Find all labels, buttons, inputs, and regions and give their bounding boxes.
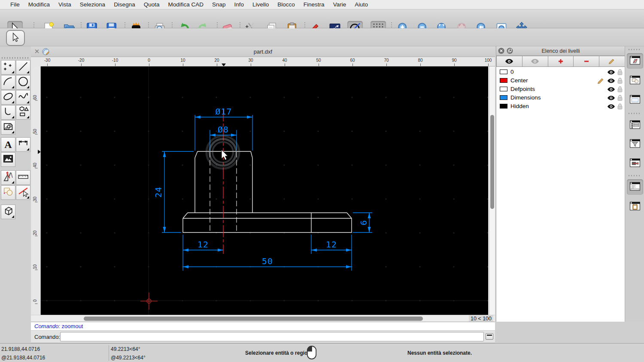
- menu-aiuto[interactable]: Aiuto: [350, 1, 372, 8]
- menu-varie[interactable]: Varie: [329, 1, 351, 8]
- image-tool-button[interactable]: [1, 152, 15, 167]
- layer-row-0[interactable]: 0: [496, 68, 625, 76]
- ruler-label: 60: [33, 94, 40, 101]
- layer-color-swatch[interactable]: [500, 78, 507, 83]
- menu-modifica[interactable]: Modifica: [24, 1, 54, 8]
- menu-file[interactable]: File: [6, 1, 24, 8]
- add-layer-button[interactable]: [548, 56, 574, 67]
- select-entity-tool-button[interactable]: [16, 185, 30, 200]
- command-input[interactable]: [60, 332, 484, 341]
- dimension-lines[interactable]: [162, 115, 372, 271]
- layer-row-dimensions[interactable]: Dimensions: [496, 94, 625, 102]
- tab-bar: ✕ part.dxf: [31, 46, 495, 57]
- vertical-scrollbar[interactable]: [489, 66, 495, 315]
- hatch-tool-button[interactable]: [1, 120, 15, 135]
- text-tool-button[interactable]: A: [1, 137, 15, 152]
- command-line-panel-toggle[interactable]: [627, 179, 643, 195]
- layer-lock-icon[interactable]: [617, 77, 623, 84]
- dim-12-right[interactable]: 12: [326, 239, 337, 250]
- layer-color-swatch[interactable]: [500, 87, 507, 91]
- dim-dia8[interactable]: Ø8: [218, 124, 229, 135]
- edit-layer-button[interactable]: [599, 56, 625, 67]
- menu-livello[interactable]: Livello: [248, 1, 273, 8]
- ruler-label: 30: [242, 58, 259, 63]
- selection-list-panel-toggle[interactable]: [627, 118, 643, 133]
- layer-name[interactable]: Dimensions: [510, 94, 541, 101]
- menu-disegna[interactable]: Disegna: [109, 1, 140, 8]
- vertical-scrollbar-thumb[interactable]: [490, 115, 494, 209]
- part-outline[interactable]: [183, 151, 352, 232]
- ruler-label: 0: [140, 58, 158, 63]
- tool-palette: A: [0, 46, 31, 343]
- menu-blocco[interactable]: Blocco: [273, 1, 299, 8]
- spline-tool-button[interactable]: [16, 90, 30, 105]
- palette-drag-handle[interactable]: [2, 57, 28, 59]
- solid-3d-tool-button[interactable]: [1, 205, 15, 219]
- layer-visibility-eye-icon[interactable]: [607, 95, 615, 101]
- menu-modifica-cad[interactable]: Modifica CAD: [164, 1, 208, 8]
- menu-info[interactable]: Info: [230, 1, 249, 8]
- layer-name[interactable]: 0: [510, 69, 514, 75]
- menu-vista[interactable]: Vista: [54, 1, 76, 8]
- hide-all-layers-button[interactable]: [522, 56, 548, 67]
- menu-quota[interactable]: Quota: [140, 1, 164, 8]
- layer-name[interactable]: Defpoints: [510, 86, 535, 92]
- clipboard-panel-toggle[interactable]: [627, 199, 643, 214]
- layer-row-hidden[interactable]: Hidden: [496, 102, 625, 111]
- property-editor-panel-toggle[interactable]: [627, 92, 643, 108]
- menu-snap[interactable]: Snap: [208, 1, 230, 8]
- layer-lock-icon[interactable]: [617, 69, 623, 75]
- polyline-tool-button[interactable]: [1, 105, 15, 120]
- property-editor-panel-icon: [629, 94, 641, 106]
- block-list-panel-toggle[interactable]: [627, 73, 643, 88]
- shapes-tool-button[interactable]: [16, 105, 30, 120]
- blocks-tool-button[interactable]: [1, 185, 15, 200]
- layer-color-swatch[interactable]: [500, 104, 507, 109]
- measure-tool-button[interactable]: [16, 170, 30, 185]
- layer-name[interactable]: Hidden: [510, 103, 529, 109]
- layer-lock-icon[interactable]: [617, 86, 623, 93]
- menu-seleziona[interactable]: Seleziona: [76, 1, 109, 8]
- arc-tool-button[interactable]: [1, 75, 15, 90]
- layer-lock-icon[interactable]: [617, 103, 623, 110]
- layer-color-swatch[interactable]: [500, 95, 507, 100]
- document-tab-title[interactable]: part.dxf: [31, 48, 495, 55]
- ellipse-tool-button[interactable]: [1, 90, 15, 105]
- command-options-button[interactable]: [486, 333, 493, 340]
- layer-color-swatch[interactable]: [500, 69, 507, 74]
- selection-tool-button[interactable]: [6, 30, 25, 46]
- dimension-tool-button[interactable]: [16, 137, 30, 152]
- dim-12-left[interactable]: 12: [197, 239, 209, 250]
- dimension-labels: Ø17 Ø8 24 6 12 12 50: [153, 106, 369, 266]
- drawing-canvas[interactable]: Ø17 Ø8 24 6 12 12 50: [41, 66, 488, 315]
- horizontal-scrollbar[interactable]: 10 < 100: [31, 315, 495, 322]
- dim-6[interactable]: 6: [358, 220, 369, 225]
- line-tool-button[interactable]: [16, 60, 30, 75]
- points-tool-button[interactable]: [1, 60, 15, 75]
- modify-tool-button[interactable]: [1, 170, 15, 185]
- layer-row-defpoints[interactable]: Defpoints: [496, 85, 625, 94]
- image-icon: [2, 153, 14, 166]
- layer-visibility-eye-icon[interactable]: [607, 86, 615, 92]
- menu-finestra[interactable]: Finestra: [299, 1, 329, 8]
- remove-layer-button[interactable]: [574, 56, 599, 67]
- show-all-layers-button[interactable]: [496, 56, 522, 67]
- layer-panel-header: Elenco dei livelli: [496, 46, 625, 56]
- ruler-label: 10: [174, 58, 191, 63]
- filter-panel-toggle[interactable]: [627, 136, 643, 152]
- layer-row-center[interactable]: Center: [496, 76, 625, 85]
- horizontal-scrollbar-thumb[interactable]: [84, 317, 423, 321]
- dim-24[interactable]: 24: [153, 187, 164, 198]
- strip-drag-handle[interactable]: [629, 49, 641, 50]
- layer-visibility-eye-icon[interactable]: [607, 78, 615, 84]
- layer-name[interactable]: Center: [510, 77, 528, 84]
- layer-lock-icon[interactable]: [617, 94, 623, 101]
- layer-visibility-eye-icon[interactable]: [607, 69, 615, 75]
- qcad-window: File Modifica Vista Seleziona Disegna Qu…: [0, 0, 644, 362]
- dim-dia17[interactable]: Ø17: [215, 106, 232, 117]
- layer-list-panel-toggle[interactable]: [627, 53, 643, 69]
- layer-visibility-eye-icon[interactable]: [607, 103, 615, 109]
- circle-tool-button[interactable]: [16, 75, 30, 90]
- dim-50[interactable]: 50: [262, 256, 273, 266]
- view-panel-toggle[interactable]: [627, 156, 643, 171]
